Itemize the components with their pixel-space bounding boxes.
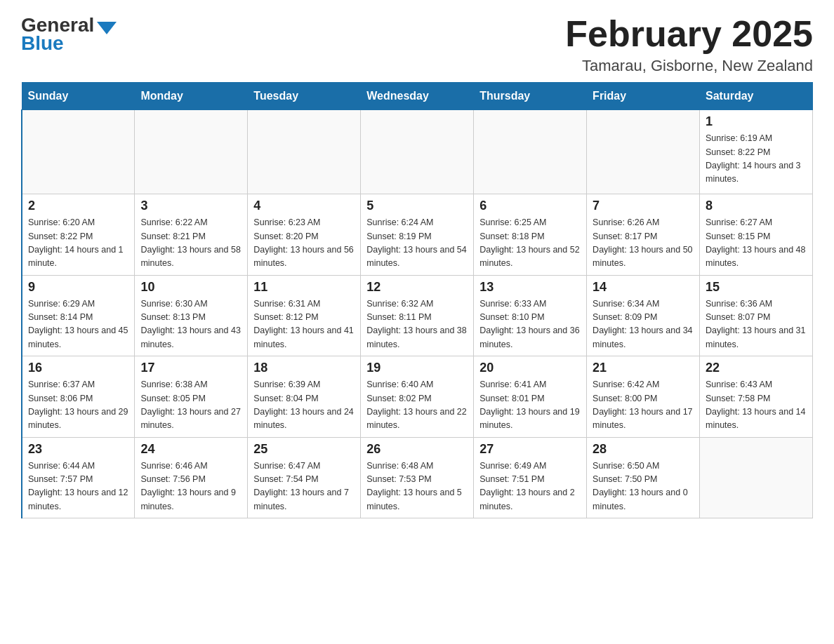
day-number: 21 — [593, 361, 694, 375]
day-number: 28 — [593, 442, 694, 457]
weekday-header-thursday: Thursday — [474, 83, 587, 110]
day-info: Sunrise: 6:38 AMSunset: 8:05 PMDaylight:… — [140, 378, 241, 433]
day-info: Sunrise: 6:49 AMSunset: 7:51 PMDaylight:… — [479, 459, 581, 514]
logo-blue-text: Blue — [21, 32, 64, 55]
day-number: 14 — [593, 280, 694, 295]
day-number: 11 — [253, 280, 355, 295]
week-row-4: 16Sunrise: 6:37 AMSunset: 8:06 PMDayligh… — [22, 356, 813, 438]
day-info: Sunrise: 6:29 AMSunset: 8:14 PMDaylight:… — [28, 297, 128, 352]
day-number: 16 — [28, 361, 128, 375]
logo-arrow-icon — [97, 22, 117, 34]
day-number: 9 — [28, 280, 128, 295]
day-cell: 28Sunrise: 6:50 AMSunset: 7:50 PMDayligh… — [587, 437, 700, 518]
day-cell: 13Sunrise: 6:33 AMSunset: 8:10 PMDayligh… — [474, 275, 587, 356]
day-info: Sunrise: 6:34 AMSunset: 8:09 PMDaylight:… — [593, 297, 694, 352]
day-cell: 3Sunrise: 6:22 AMSunset: 8:21 PMDaylight… — [135, 194, 248, 276]
day-cell: 17Sunrise: 6:38 AMSunset: 8:05 PMDayligh… — [135, 356, 248, 438]
day-cell — [361, 110, 474, 194]
day-cell: 6Sunrise: 6:25 AMSunset: 8:18 PMDaylight… — [474, 194, 587, 276]
day-cell: 9Sunrise: 6:29 AMSunset: 8:14 PMDaylight… — [22, 275, 135, 356]
weekday-header-wednesday: Wednesday — [361, 83, 474, 110]
day-number: 12 — [366, 280, 468, 295]
day-cell: 8Sunrise: 6:27 AMSunset: 8:15 PMDaylight… — [700, 194, 813, 276]
day-number: 19 — [366, 361, 468, 375]
day-number: 27 — [479, 442, 581, 457]
day-cell: 1Sunrise: 6:19 AMSunset: 8:22 PMDaylight… — [700, 110, 813, 194]
day-number: 22 — [706, 361, 807, 375]
day-cell: 11Sunrise: 6:31 AMSunset: 8:12 PMDayligh… — [248, 275, 361, 356]
day-number: 13 — [479, 280, 581, 295]
day-info: Sunrise: 6:30 AMSunset: 8:13 PMDaylight:… — [140, 297, 241, 352]
day-info: Sunrise: 6:40 AMSunset: 8:02 PMDaylight:… — [366, 378, 468, 433]
day-cell: 18Sunrise: 6:39 AMSunset: 8:04 PMDayligh… — [248, 356, 361, 438]
day-number: 24 — [140, 442, 241, 457]
logo: General Blue — [21, 14, 117, 55]
day-info: Sunrise: 6:44 AMSunset: 7:57 PMDaylight:… — [28, 459, 128, 514]
week-row-2: 2Sunrise: 6:20 AMSunset: 8:22 PMDaylight… — [22, 194, 813, 276]
day-cell: 10Sunrise: 6:30 AMSunset: 8:13 PMDayligh… — [135, 275, 248, 356]
day-info: Sunrise: 6:20 AMSunset: 8:22 PMDaylight:… — [28, 216, 128, 271]
day-info: Sunrise: 6:31 AMSunset: 8:12 PMDaylight:… — [253, 297, 355, 352]
day-info: Sunrise: 6:50 AMSunset: 7:50 PMDaylight:… — [593, 459, 694, 514]
day-cell — [135, 110, 248, 194]
day-info: Sunrise: 6:36 AMSunset: 8:07 PMDaylight:… — [706, 297, 807, 352]
day-cell: 14Sunrise: 6:34 AMSunset: 8:09 PMDayligh… — [587, 275, 700, 356]
day-number: 17 — [140, 361, 241, 375]
weekday-header-row: SundayMondayTuesdayWednesdayThursdayFrid… — [22, 83, 813, 110]
day-cell: 21Sunrise: 6:42 AMSunset: 8:00 PMDayligh… — [587, 356, 700, 438]
day-info: Sunrise: 6:19 AMSunset: 8:22 PMDaylight:… — [706, 132, 807, 187]
day-info: Sunrise: 6:22 AMSunset: 8:21 PMDaylight:… — [140, 216, 241, 271]
title-block: February 2025 Tamarau, Gisborne, New Zea… — [565, 14, 813, 75]
day-cell: 24Sunrise: 6:46 AMSunset: 7:56 PMDayligh… — [135, 437, 248, 518]
day-info: Sunrise: 6:23 AMSunset: 8:20 PMDaylight:… — [253, 216, 355, 271]
day-cell: 23Sunrise: 6:44 AMSunset: 7:57 PMDayligh… — [22, 437, 135, 518]
day-info: Sunrise: 6:47 AMSunset: 7:54 PMDaylight:… — [253, 459, 355, 514]
day-cell — [474, 110, 587, 194]
week-row-5: 23Sunrise: 6:44 AMSunset: 7:57 PMDayligh… — [22, 437, 813, 518]
day-info: Sunrise: 6:32 AMSunset: 8:11 PMDaylight:… — [366, 297, 468, 352]
day-info: Sunrise: 6:37 AMSunset: 8:06 PMDaylight:… — [28, 378, 128, 433]
day-number: 23 — [28, 442, 128, 457]
day-info: Sunrise: 6:25 AMSunset: 8:18 PMDaylight:… — [479, 216, 581, 271]
calendar-table: SundayMondayTuesdayWednesdayThursdayFrid… — [21, 82, 813, 518]
day-cell: 7Sunrise: 6:26 AMSunset: 8:17 PMDaylight… — [587, 194, 700, 276]
day-cell: 15Sunrise: 6:36 AMSunset: 8:07 PMDayligh… — [700, 275, 813, 356]
day-number: 8 — [706, 199, 807, 213]
day-info: Sunrise: 6:39 AMSunset: 8:04 PMDaylight:… — [253, 378, 355, 433]
day-cell — [22, 110, 135, 194]
day-number: 2 — [28, 199, 128, 213]
day-info: Sunrise: 6:26 AMSunset: 8:17 PMDaylight:… — [593, 216, 694, 271]
weekday-header-sunday: Sunday — [22, 83, 135, 110]
weekday-header-saturday: Saturday — [700, 83, 813, 110]
day-info: Sunrise: 6:43 AMSunset: 7:58 PMDaylight:… — [706, 378, 807, 433]
day-info: Sunrise: 6:46 AMSunset: 7:56 PMDaylight:… — [140, 459, 241, 514]
day-number: 15 — [706, 280, 807, 295]
day-cell: 25Sunrise: 6:47 AMSunset: 7:54 PMDayligh… — [248, 437, 361, 518]
day-cell: 5Sunrise: 6:24 AMSunset: 8:19 PMDaylight… — [361, 194, 474, 276]
day-info: Sunrise: 6:42 AMSunset: 8:00 PMDaylight:… — [593, 378, 694, 433]
day-cell: 19Sunrise: 6:40 AMSunset: 8:02 PMDayligh… — [361, 356, 474, 438]
day-number: 26 — [366, 442, 468, 457]
day-info: Sunrise: 6:41 AMSunset: 8:01 PMDaylight:… — [479, 378, 581, 433]
day-number: 6 — [479, 199, 581, 213]
day-cell — [587, 110, 700, 194]
day-number: 18 — [253, 361, 355, 375]
day-number: 5 — [366, 199, 468, 213]
day-cell — [248, 110, 361, 194]
day-cell: 16Sunrise: 6:37 AMSunset: 8:06 PMDayligh… — [22, 356, 135, 438]
week-row-1: 1Sunrise: 6:19 AMSunset: 8:22 PMDaylight… — [22, 110, 813, 194]
weekday-header-friday: Friday — [587, 83, 700, 110]
calendar-title: February 2025 — [565, 14, 813, 54]
day-cell: 22Sunrise: 6:43 AMSunset: 7:58 PMDayligh… — [700, 356, 813, 438]
calendar-subtitle: Tamarau, Gisborne, New Zealand — [565, 57, 813, 75]
day-number: 1 — [706, 114, 807, 129]
day-number: 7 — [593, 199, 694, 213]
day-cell: 27Sunrise: 6:49 AMSunset: 7:51 PMDayligh… — [474, 437, 587, 518]
day-info: Sunrise: 6:33 AMSunset: 8:10 PMDaylight:… — [479, 297, 581, 352]
day-cell: 4Sunrise: 6:23 AMSunset: 8:20 PMDaylight… — [248, 194, 361, 276]
day-number: 20 — [479, 361, 581, 375]
day-info: Sunrise: 6:48 AMSunset: 7:53 PMDaylight:… — [366, 459, 468, 514]
day-cell: 2Sunrise: 6:20 AMSunset: 8:22 PMDaylight… — [22, 194, 135, 276]
week-row-3: 9Sunrise: 6:29 AMSunset: 8:14 PMDaylight… — [22, 275, 813, 356]
weekday-header-tuesday: Tuesday — [248, 83, 361, 110]
